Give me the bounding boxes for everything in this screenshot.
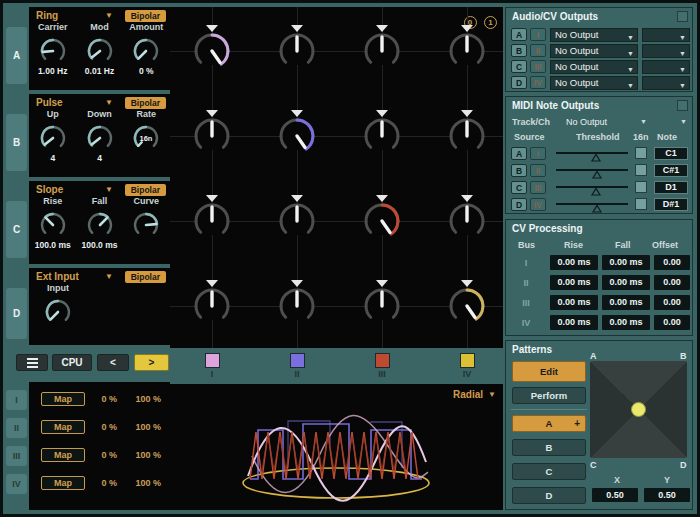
matrix-knob-r1-c1[interactable] xyxy=(188,22,236,74)
midi-bus-button-iv[interactable]: IV xyxy=(530,198,546,211)
source-button-b[interactable]: B xyxy=(511,44,527,57)
matrix-knob-r1-c2[interactable] xyxy=(273,22,321,74)
cv-rise-iv[interactable]: 0.00 ms xyxy=(550,315,598,330)
map-max-ii[interactable]: 100 % xyxy=(124,422,161,432)
chevron-down-icon[interactable]: ▼ xyxy=(680,118,687,125)
module-tab-d[interactable]: D xyxy=(6,288,27,339)
midi-source-button-a[interactable]: A xyxy=(511,147,527,160)
note-value-c[interactable]: D1 xyxy=(654,181,688,194)
cpu-button[interactable]: CPU xyxy=(52,354,92,371)
map-min-iv[interactable]: 0 % xyxy=(91,478,117,488)
module-tab-c[interactable]: C xyxy=(6,201,27,258)
map-max-iv[interactable]: 100 % xyxy=(124,478,161,488)
pattern-slot-b[interactable]: B xyxy=(512,439,586,456)
map-bus-tab-ii[interactable]: II xyxy=(6,418,27,438)
source-button-c[interactable]: C xyxy=(511,60,527,73)
cv-rise-i[interactable]: 0.00 ms xyxy=(550,255,598,270)
bipolar-toggle[interactable]: Bipolar xyxy=(125,97,166,109)
cv-fall-iv[interactable]: 0.00 ms xyxy=(602,315,650,330)
cv-offset-i[interactable]: 0.00 xyxy=(654,255,690,270)
rate-toggle-a[interactable] xyxy=(635,147,647,159)
rate-toggle-b[interactable] xyxy=(635,164,647,176)
knob-carrier[interactable]: Carrier1.00 Hz xyxy=(30,22,76,77)
rate-toggle-c[interactable] xyxy=(635,181,647,193)
display-mode-label[interactable]: Radial xyxy=(453,389,483,400)
note-value-a[interactable]: C1 xyxy=(654,147,688,160)
map-bus-tab-i[interactable]: I xyxy=(6,390,27,410)
bus-button-iv[interactable]: IV xyxy=(530,76,546,89)
map-button-iii[interactable]: Map xyxy=(41,448,85,462)
xy-pad[interactable] xyxy=(590,361,687,458)
module-tab-b[interactable]: B xyxy=(6,114,27,171)
matrix-knob-r4-c3[interactable] xyxy=(358,277,406,329)
matrix-knob-r3-c3[interactable] xyxy=(358,192,406,244)
matrix-knob-r2-c1[interactable] xyxy=(188,107,236,159)
edit-button[interactable]: Edit xyxy=(512,361,586,382)
matrix-knob-r1-c4[interactable] xyxy=(443,22,491,74)
note-value-d[interactable]: D#1 xyxy=(654,198,688,211)
midi-source-button-b[interactable]: B xyxy=(511,164,527,177)
pattern-slot-c[interactable]: C xyxy=(512,463,586,480)
channel-select-a[interactable]: ▼ xyxy=(642,28,690,42)
perform-button[interactable]: Perform xyxy=(512,387,586,404)
cv-fall-i[interactable]: 0.00 ms xyxy=(602,255,650,270)
rate-toggle-d[interactable] xyxy=(635,198,647,210)
matrix-knob-r3-c2[interactable] xyxy=(273,192,321,244)
map-max-iii[interactable]: 100 % xyxy=(124,450,161,460)
map-bus-tab-iv[interactable]: IV xyxy=(6,474,27,494)
menu-button[interactable] xyxy=(16,354,48,371)
matrix-knob-r4-c1[interactable] xyxy=(188,277,236,329)
cv-rise-iii[interactable]: 0.00 ms xyxy=(550,295,598,310)
prev-button[interactable]: < xyxy=(97,354,129,371)
matrix-knob-r4-c4[interactable] xyxy=(443,277,491,329)
matrix-knob-r1-c3[interactable] xyxy=(358,22,406,74)
knob-fall[interactable]: Fall100.0 ms xyxy=(77,196,123,251)
threshold-handle[interactable] xyxy=(590,187,602,196)
cv-rise-ii[interactable]: 0.00 ms xyxy=(550,275,598,290)
threshold-handle[interactable] xyxy=(590,153,602,162)
cv-offset-iii[interactable]: 0.00 xyxy=(654,295,690,310)
xy-pad-handle[interactable] xyxy=(631,402,646,417)
cv-offset-ii[interactable]: 0.00 xyxy=(654,275,690,290)
channel-select-d[interactable]: ▼ xyxy=(642,76,690,90)
threshold-handle[interactable] xyxy=(591,204,603,213)
bus-button-i[interactable]: I xyxy=(530,28,546,41)
threshold-handle[interactable] xyxy=(591,170,603,179)
cv-fall-ii[interactable]: 0.00 ms xyxy=(602,275,650,290)
channel-select-c[interactable]: ▼ xyxy=(642,60,690,74)
bus-button-iii[interactable]: III xyxy=(530,60,546,73)
knob-curve[interactable]: Curve xyxy=(123,196,169,251)
output-select-b[interactable]: No Output▼ xyxy=(550,44,638,58)
collapse-button[interactable] xyxy=(677,11,688,22)
y-value[interactable]: 0.50 xyxy=(644,488,690,502)
knob-down[interactable]: Down4 xyxy=(77,109,123,164)
map-min-iii[interactable]: 0 % xyxy=(91,450,117,460)
pattern-slot-a[interactable]: A+ xyxy=(512,415,586,432)
map-button-iv[interactable]: Map xyxy=(41,476,85,490)
map-min-ii[interactable]: 0 % xyxy=(91,422,117,432)
output-select-c[interactable]: No Output▼ xyxy=(550,60,638,74)
knob-amount[interactable]: Amount0 % xyxy=(123,22,169,77)
channel-select-b[interactable]: ▼ xyxy=(642,44,690,58)
midi-bus-button-ii[interactable]: II xyxy=(530,164,546,177)
map-button-i[interactable]: Map xyxy=(41,392,85,406)
bipolar-toggle[interactable]: Bipolar xyxy=(125,10,166,22)
knob-input[interactable]: Input xyxy=(35,283,81,338)
chevron-down-icon[interactable]: ▼ xyxy=(640,118,647,125)
source-button-d[interactable]: D xyxy=(511,76,527,89)
pattern-slot-d[interactable]: D xyxy=(512,487,586,504)
knob-rate[interactable]: Rate16n xyxy=(123,109,169,164)
matrix-knob-r2-c3[interactable] xyxy=(358,107,406,159)
midi-source-button-d[interactable]: D xyxy=(511,198,527,211)
midi-source-button-c[interactable]: C xyxy=(511,181,527,194)
knob-up[interactable]: Up4 xyxy=(30,109,76,164)
bipolar-toggle[interactable]: Bipolar xyxy=(125,271,166,283)
note-value-b[interactable]: C#1 xyxy=(654,164,688,177)
chevron-down-icon[interactable]: ▼ xyxy=(488,390,496,399)
midi-bus-button-i[interactable]: I xyxy=(530,147,546,160)
output-select-d[interactable]: No Output▼ xyxy=(550,76,638,90)
matrix-knob-r2-c2[interactable] xyxy=(273,107,321,159)
module-select-dropdown[interactable]: ▼ xyxy=(105,272,113,281)
source-button-a[interactable]: A xyxy=(511,28,527,41)
collapse-button[interactable] xyxy=(677,100,688,111)
